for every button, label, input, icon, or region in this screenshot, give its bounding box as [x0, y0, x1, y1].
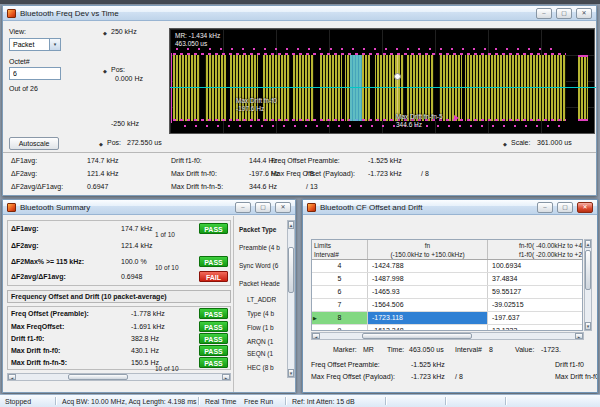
x-scale-value: 361.000 us [537, 139, 572, 146]
y-pos-label: Pos: [111, 66, 125, 73]
scroll-right-icon[interactable]: ▸ [222, 374, 230, 380]
annotation-max-drift5-line1: Max Drift fn-fn-5 [396, 113, 443, 120]
cell-fn[interactable]: -1465.93 [368, 286, 488, 298]
table-row-selected[interactable]: 8 ▶ -1723.118 -197.637 [312, 312, 582, 325]
readout-label: ΔF2avg/ΔF1avg: [11, 183, 63, 190]
bluetooth-app-icon [7, 203, 16, 212]
readout-value: -1.525 kHz [368, 157, 402, 164]
readout-right-label: Drift f1-f0 [555, 361, 584, 368]
packet-list-item[interactable]: Packet Heade [239, 280, 280, 287]
close-button[interactable]: ✕ [275, 202, 291, 213]
packet-list-item[interactable]: Type (4 b [247, 310, 274, 317]
readout-label: Max Freq Offset (Payload): [311, 373, 395, 380]
readout-value: -1.723 kHz [368, 170, 402, 177]
cell-interval[interactable]: 4 [312, 260, 368, 272]
row-marker-icon: ▶ [313, 315, 317, 321]
packet-list-item[interactable]: HEC (8 b [247, 364, 274, 371]
col-header-fn: fn [370, 241, 485, 250]
metric-value: 100.0 % [121, 258, 147, 265]
packet-list-item[interactable]: SEQN (1 [247, 350, 273, 357]
summary-titlebar[interactable]: Bluetooth Summary – ▢ ✕ [3, 200, 295, 215]
status-run: Free Run [244, 398, 273, 405]
metric-count: 10 of 10 [155, 365, 179, 372]
cell-fn[interactable]: -1723.118 [368, 312, 488, 324]
maximize-button[interactable]: ▢ [557, 202, 573, 213]
packet-list-item[interactable]: LT_ADDR [247, 296, 276, 303]
table-row[interactable]: 4 -1424.788 100.6934 [312, 260, 582, 273]
cell-drift[interactable]: -39.02515 [488, 299, 583, 311]
axis-marker-icon[interactable]: ◆ [99, 141, 103, 147]
scroll-up-icon[interactable]: ▴ [585, 240, 591, 248]
octet-input[interactable] [9, 67, 61, 80]
y-pos-value: 0.000 Hz [115, 75, 143, 82]
cell-drift[interactable]: 59.55127 [488, 286, 583, 298]
axis-marker-icon[interactable]: ◆ [103, 30, 107, 36]
scroll-down-icon[interactable]: ▾ [585, 322, 591, 330]
cell-fn[interactable]: -1564.506 [368, 299, 488, 311]
cell-fn[interactable]: -1424.788 [368, 260, 488, 272]
marker-line[interactable] [397, 55, 398, 121]
packet-list-item[interactable]: Sync Word (6 [239, 262, 278, 269]
close-button[interactable]: ✕ [577, 202, 593, 213]
cf-titlebar[interactable]: Bluetooth CF Offset and Drift – ▢ ✕ [303, 200, 597, 215]
cell-interval[interactable]: 9 [312, 325, 368, 331]
summary-hscrollbar[interactable]: ◂ ▸ [7, 373, 231, 381]
cell-drift[interactable]: 13.1333 [488, 325, 583, 331]
cell-drift[interactable]: 100.6934 [488, 260, 583, 272]
pass-badge: PASS [199, 345, 228, 356]
window-title: Bluetooth Freq Dev vs Time [20, 9, 532, 18]
freq-dev-plot[interactable]: MR: -1.434 kHz 463.050 us Max Drift fn-f… [169, 28, 595, 134]
autoscale-button[interactable]: Autoscale [9, 137, 59, 150]
cell-drift[interactable]: -197.637 [488, 312, 583, 324]
maximize-button[interactable]: ▢ [556, 8, 572, 19]
cf-table-vscrollbar[interactable]: ▴ ▾ [584, 239, 592, 331]
plot-left-edge-marker [171, 53, 172, 123]
status-bar: Stopped Acq BW: 10.00 MHz, Acq Length: 4… [0, 394, 600, 407]
cell-interval[interactable]: 8 [312, 312, 368, 324]
chevron-down-icon[interactable]: ▾ [49, 39, 60, 50]
pass-badge: PASS [199, 256, 228, 267]
octet-label: Octet# [9, 58, 30, 65]
minimize-button[interactable]: – [537, 202, 553, 213]
table-row[interactable]: 5 -1487.998 37.4834 [312, 273, 582, 286]
table-row[interactable]: 9 -1613.348 13.1333 [312, 325, 582, 331]
table-row[interactable]: 6 -1465.93 59.55127 [312, 286, 582, 299]
cell-drift[interactable]: 37.4834 [488, 273, 583, 285]
close-button[interactable]: ✕ [576, 8, 592, 19]
metric-value: 174.7 kHz [121, 225, 153, 232]
minimize-button[interactable]: – [536, 8, 552, 19]
cf-table[interactable]: Limits Interval# fn (-150.0kHz to +150.0… [311, 239, 583, 331]
cell-interval[interactable]: 5 [312, 273, 368, 285]
scroll-right-icon[interactable]: ▸ [575, 333, 583, 339]
freq-dev-titlebar[interactable]: Bluetooth Freq Dev vs Time – ▢ ✕ [3, 6, 596, 21]
cell-interval[interactable]: 7 [312, 299, 368, 311]
marker-dot[interactable] [394, 73, 401, 80]
readout-count: / 13 [306, 183, 318, 190]
cell-fn[interactable]: -1613.348 [368, 325, 488, 331]
y-axis-top-label: 250 kHz [111, 28, 137, 35]
readout-value: 344.6 Hz [249, 183, 277, 190]
maximize-button[interactable]: ▢ [255, 202, 271, 213]
packet-list-item[interactable]: Packet Type [239, 226, 276, 233]
packet-list-item[interactable]: Preamble (4 b [239, 244, 280, 251]
scroll-left-icon[interactable]: ◂ [312, 333, 320, 339]
axis-marker-icon[interactable]: ◆ [503, 141, 507, 147]
table-row[interactable]: 7 -1564.506 -39.02515 [312, 299, 582, 312]
cell-interval[interactable]: 6 [312, 286, 368, 298]
axis-marker-icon[interactable]: ◆ [103, 68, 107, 74]
view-dropdown[interactable]: Packet ▾ [9, 38, 61, 51]
packet-list-item[interactable]: ARQN (1 [247, 338, 273, 345]
cell-fn[interactable]: -1487.998 [368, 273, 488, 285]
cf-table-hscrollbar[interactable]: ◂ ▸ [311, 332, 584, 340]
status-divider [198, 397, 199, 405]
metric-value: 382.8 Hz [131, 335, 159, 342]
scroll-up-icon[interactable]: ▴ [288, 221, 294, 229]
packet-list-item[interactable]: Flow (1 b [247, 324, 274, 331]
packet-list-vscrollbar[interactable]: ▴ ▾ [287, 220, 295, 378]
readout-label: Max Drift fn-fn-5: [171, 183, 223, 190]
minimize-button[interactable]: – [235, 202, 251, 213]
scroll-down-icon[interactable]: ▾ [288, 369, 294, 377]
readout-value: 0.6947 [87, 183, 108, 190]
readout-count: / 8 [421, 170, 429, 177]
scroll-left-icon[interactable]: ◂ [8, 374, 16, 380]
